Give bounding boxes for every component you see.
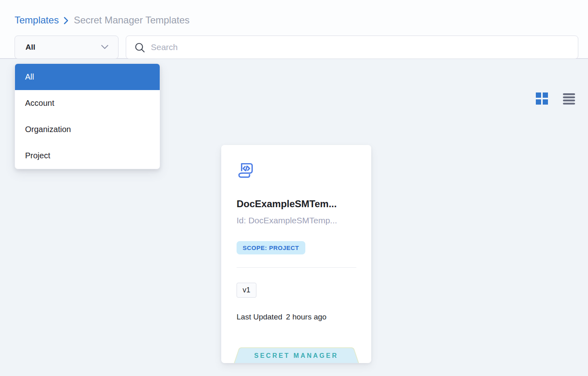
last-updated-value: 2 hours ago	[286, 313, 326, 321]
scope-badge: SCOPE: PROJECT	[237, 241, 305, 254]
version-chip[interactable]: v1	[237, 283, 256, 298]
menu-item-project[interactable]: Project	[15, 143, 160, 169]
page-header: Templates Secret Manager Templates All	[0, 0, 588, 59]
breadcrumb-link-templates[interactable]: Templates	[15, 15, 59, 26]
scope-filter-menu: All Account Organization Project	[15, 63, 160, 169]
breadcrumb: Templates Secret Manager Templates	[15, 15, 190, 26]
grid-view-icon[interactable]	[535, 91, 549, 106]
template-type-ribbon: SECRET MANAGER	[233, 347, 360, 363]
last-updated-label: Last Updated	[237, 313, 282, 321]
template-code-icon	[237, 162, 356, 181]
scope-filter-dropdown[interactable]: All	[15, 36, 118, 59]
scope-filter-value: All	[25, 43, 35, 52]
search-box[interactable]	[126, 36, 578, 59]
menu-item-organization[interactable]: Organization	[15, 116, 160, 143]
breadcrumb-current: Secret Manager Templates	[74, 15, 189, 26]
template-type-label: SECRET MANAGER	[233, 347, 360, 363]
template-card[interactable]: DocExampleSMTem... Id: DocExampleSMTemp.…	[221, 145, 371, 363]
search-icon	[134, 42, 151, 53]
card-divider	[237, 267, 356, 268]
template-title: DocExampleSMTem...	[237, 198, 356, 210]
list-view-icon[interactable]	[562, 92, 576, 105]
breadcrumb-chevron-icon	[63, 17, 69, 25]
menu-item-account[interactable]: Account	[15, 90, 160, 116]
view-toggle	[535, 91, 576, 106]
search-input[interactable]	[151, 42, 570, 52]
menu-item-all[interactable]: All	[15, 64, 160, 90]
secret-manager-templates-page: Templates Secret Manager Templates All A…	[0, 0, 588, 376]
chevron-down-icon	[101, 44, 108, 50]
template-id: Id: DocExampleSMTemp...	[237, 215, 356, 226]
last-updated: Last Updated 2 hours ago	[237, 313, 356, 321]
